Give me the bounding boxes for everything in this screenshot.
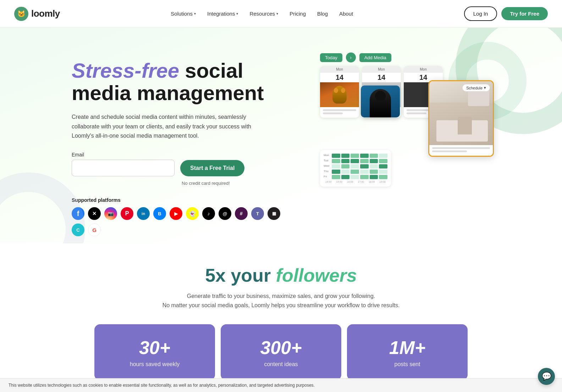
canva-icon: C — [72, 223, 84, 236]
stat-label-2: content ideas — [235, 361, 327, 368]
nav-links: Solutions ▾ Integrations ▾ Resources ▾ P… — [166, 8, 358, 20]
calendar-row: Mon — [324, 154, 387, 158]
stat-card-3: 1M+ posts sent — [347, 324, 468, 380]
cookie-bar: This website utilizes technologies such … — [0, 378, 562, 392]
logo-icon: 🐱 — [14, 7, 28, 21]
card-day-2: Mon — [362, 66, 401, 73]
stats-cards: 30+ hours saved weekly 300+ content idea… — [14, 324, 548, 380]
card-date-2: 14 — [362, 73, 401, 82]
card-line — [407, 112, 426, 114]
content-card-mid — [361, 85, 400, 117]
stats-heading: 5x your followers — [14, 265, 548, 286]
nav-solutions[interactable]: Solutions ▾ — [166, 8, 201, 20]
card-image-1 — [320, 82, 359, 107]
platforms-section: Supported platforms f ✕ 📷 P in B ▶ — [72, 197, 292, 236]
google-icon: G — [88, 223, 101, 236]
stats-section: 5x your followers Generate traffic to yo… — [0, 243, 562, 392]
content-card-1: Mon 14 — [320, 66, 359, 118]
today-button[interactable]: Today — [320, 53, 342, 62]
nav-about[interactable]: About — [334, 8, 358, 20]
stat-label-1: hours saved weekly — [109, 361, 201, 368]
try-for-free-button[interactable]: Try for Free — [501, 7, 548, 20]
chat-icon: 💬 — [542, 372, 551, 381]
hero-form: Email Start a Free Trial — [72, 152, 292, 176]
card-line — [323, 109, 356, 111]
stat-number-1: 30+ — [109, 337, 201, 358]
card-day-3: Mon — [404, 66, 443, 73]
hero-mockup: Today › Add Media Mon 14 — [320, 49, 490, 183]
email-input[interactable] — [72, 160, 175, 176]
stat-card-2: 300+ content ideas — [221, 324, 341, 380]
chevron-down-icon: ▾ — [194, 12, 196, 16]
threads-icon: @ — [219, 207, 231, 220]
platform-icons: f ✕ 📷 P in B ▶ 👻 ♪ — [72, 207, 292, 236]
chevron-down-icon: ▾ — [484, 85, 486, 90]
card-line — [323, 112, 343, 114]
snapchat-icon: 👻 — [186, 207, 199, 220]
login-button[interactable]: Log In — [464, 6, 497, 21]
chevron-down-icon: ▾ — [236, 12, 238, 16]
form-row: Start a Free Trial — [72, 160, 292, 176]
next-arrow-button[interactable]: › — [346, 53, 356, 62]
buffer-icon: ▦ — [268, 207, 280, 220]
slack-icon: # — [235, 207, 248, 220]
calendar-row: Tue — [324, 159, 387, 163]
platforms-label: Supported platforms — [72, 197, 292, 203]
nav-resources[interactable]: Resources ▾ — [244, 8, 283, 20]
pinterest-icon: P — [121, 207, 133, 220]
mockup-toolbar: Today › Add Media — [320, 53, 490, 62]
schedule-badge[interactable]: Schedule ▾ — [462, 84, 490, 92]
instagram-icon: 📷 — [104, 207, 117, 220]
tiktok-icon: ♪ — [202, 207, 215, 220]
add-media-button[interactable]: Add Media — [359, 53, 391, 62]
card-image-mid — [361, 85, 400, 117]
hero-section: Stress-free social media management Crea… — [0, 28, 562, 243]
calendar-row: Fri — [324, 175, 387, 179]
calendar-row: Thu — [324, 170, 387, 174]
stat-number-2: 300+ — [235, 337, 327, 358]
logo-text: loomly — [31, 8, 60, 19]
bing-icon: B — [153, 207, 166, 220]
card-line — [432, 147, 490, 149]
calendar-times: 14:00 15:00 16:00 17:00 18:00 19:00 — [324, 181, 387, 183]
navbar: 🐱 loomly Solutions ▾ Integrations ▾ Reso… — [0, 0, 562, 28]
nav-blog[interactable]: Blog — [312, 8, 333, 20]
nav-integrations[interactable]: Integrations ▾ — [202, 8, 243, 20]
card-lines-1 — [320, 107, 359, 118]
nav-pricing[interactable]: Pricing — [285, 8, 311, 20]
youtube-icon: ▶ — [170, 207, 182, 220]
email-label: Email — [72, 152, 292, 158]
facebook-icon: f — [72, 207, 84, 220]
teams-icon: T — [251, 207, 264, 220]
card-line — [432, 150, 467, 152]
stat-card-1: 30+ hours saved weekly — [94, 324, 215, 380]
content-card-main: Schedule ▾ — [428, 80, 494, 157]
chat-bubble-button[interactable]: 💬 — [538, 368, 555, 385]
calendar-heatmap: Mon Tue — [320, 150, 391, 187]
linkedin-icon: in — [137, 207, 150, 220]
card-day-1: Mon — [320, 66, 359, 73]
logo[interactable]: 🐱 loomly — [14, 7, 60, 21]
hero-subtext: Create and schedule social media content… — [72, 112, 256, 140]
hero-content: Stress-free social media management Crea… — [72, 49, 292, 236]
hero-heading: Stress-free social media management — [72, 60, 292, 104]
no-cc-text: No credit card required! — [182, 181, 292, 186]
stat-label-3: posts sent — [361, 361, 453, 368]
chevron-down-icon: ▾ — [276, 12, 278, 16]
nav-actions: Log In Try for Free — [464, 6, 548, 21]
hero-heading-italic: Stress-free — [72, 59, 179, 82]
stat-number-3: 1M+ — [361, 337, 453, 358]
card-date-1: 14 — [320, 73, 359, 82]
start-trial-button[interactable]: Start a Free Trial — [180, 160, 244, 176]
twitter-x-icon: ✕ — [88, 207, 101, 220]
stats-subtext: Generate traffic to your business, maxim… — [14, 292, 548, 310]
calendar-row: Wed — [324, 164, 387, 169]
